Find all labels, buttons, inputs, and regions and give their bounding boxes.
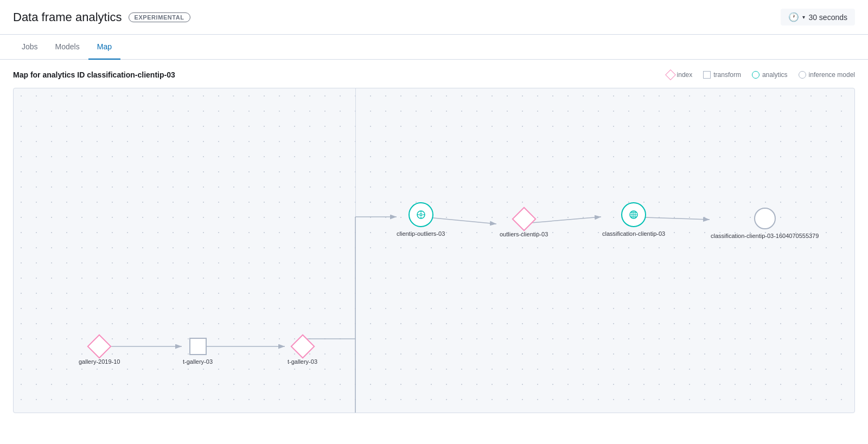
analytics-circle-icon bbox=[409, 202, 433, 227]
experimental-badge: EXPERIMENTAL bbox=[129, 12, 190, 22]
chevron-down-icon: ▾ bbox=[802, 14, 805, 20]
map-header: Map for analytics ID classification-clie… bbox=[13, 70, 855, 79]
legend-inference-icon bbox=[799, 71, 806, 79]
node-label-inference-model: classification-clientip-03-1604070555379 bbox=[711, 233, 819, 239]
node-label-classification-clientip-03: classification-clientip-03 bbox=[602, 230, 665, 237]
header-left: Data frame analytics EXPERIMENTAL bbox=[13, 10, 190, 24]
node-inference-model[interactable]: classification-clientip-03-1604070555379 bbox=[711, 208, 819, 239]
vertical-divider bbox=[355, 88, 356, 413]
legend-index-label: index bbox=[677, 71, 693, 79]
node-outliers-clientip-03[interactable]: outliers-clientip-03 bbox=[500, 210, 548, 237]
refresh-time: 30 seconds bbox=[808, 13, 847, 22]
node-label-t-gallery-03-index: t-gallery-03 bbox=[288, 358, 317, 365]
node-t-gallery-03-index[interactable]: t-gallery-03 bbox=[288, 338, 317, 365]
arrows-svg bbox=[14, 88, 854, 413]
legend: index transform analytics inference mode… bbox=[667, 71, 855, 79]
node-label-gallery-2019-10: gallery-2019-10 bbox=[79, 358, 120, 365]
node-clientip-outliers-03[interactable]: clientip-outliers-03 bbox=[397, 202, 445, 237]
diamond-icon bbox=[512, 207, 536, 231]
node-label-clientip-outliers-03: clientip-outliers-03 bbox=[397, 230, 445, 237]
tab-jobs[interactable]: Jobs bbox=[13, 35, 47, 60]
legend-inference: inference model bbox=[799, 71, 855, 79]
tab-map[interactable]: Map bbox=[88, 35, 120, 60]
refresh-icon: 🕐 bbox=[788, 12, 799, 22]
diamond-icon-gallery bbox=[87, 334, 112, 358]
legend-analytics-icon bbox=[752, 71, 760, 79]
legend-analytics-label: analytics bbox=[762, 71, 788, 79]
content-area: Map for analytics ID classification-clie… bbox=[0, 60, 868, 424]
legend-index: index bbox=[667, 71, 693, 79]
legend-diamond-icon bbox=[665, 69, 676, 80]
square-icon bbox=[189, 338, 207, 355]
node-label-t-gallery-03-transform: t-gallery-03 bbox=[183, 358, 213, 365]
legend-transform: transform bbox=[703, 71, 741, 79]
node-gallery-2019-10[interactable]: gallery-2019-10 bbox=[79, 338, 120, 365]
refresh-control[interactable]: 🕐 ▾ 30 seconds bbox=[781, 9, 855, 25]
tab-models[interactable]: Models bbox=[47, 35, 88, 60]
node-label-outliers-clientip-03: outliers-clientip-03 bbox=[500, 231, 548, 237]
tabs: Jobs Models Map bbox=[13, 35, 855, 59]
svg-point-13 bbox=[420, 214, 422, 216]
legend-transform-label: transform bbox=[713, 71, 741, 79]
diamond-icon-t-gallery bbox=[290, 334, 315, 358]
page-title: Data frame analytics bbox=[13, 10, 122, 24]
map-title: Map for analytics ID classification-clie… bbox=[13, 70, 175, 79]
inference-circle-icon bbox=[754, 208, 776, 229]
legend-inference-label: inference model bbox=[809, 71, 855, 79]
map-canvas: clientip-outliers-03 outliers-clientip-0… bbox=[13, 88, 855, 413]
node-classification-clientip-03[interactable]: classification-clientip-03 bbox=[602, 202, 665, 237]
legend-analytics: analytics bbox=[752, 71, 788, 79]
legend-square-icon bbox=[703, 71, 711, 79]
tabs-container: Jobs Models Map bbox=[0, 35, 868, 60]
node-t-gallery-03-transform[interactable]: t-gallery-03 bbox=[183, 338, 213, 365]
page-header: Data frame analytics EXPERIMENTAL 🕐 ▾ 30… bbox=[0, 0, 868, 35]
analytics-circle-icon-2 bbox=[621, 202, 646, 227]
